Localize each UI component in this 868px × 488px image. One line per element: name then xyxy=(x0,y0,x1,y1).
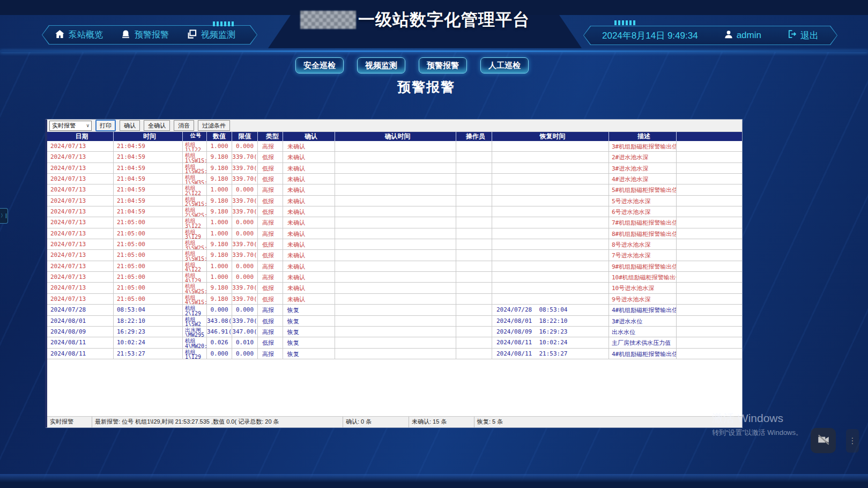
cell: 7号进水池水深 xyxy=(609,250,677,260)
cell xyxy=(492,141,609,151)
alarm-mode-select[interactable]: 实时报警 ∨ xyxy=(49,121,92,131)
screen-record-overlay-button[interactable] xyxy=(811,428,836,453)
mute-button[interactable]: 消音 xyxy=(174,120,194,131)
tab-manual-patrol[interactable]: 人工巡检 xyxy=(480,57,529,73)
table-row[interactable]: 2024/07/1321:04:59机组 1\SW2S:9.180339.70(… xyxy=(47,163,742,174)
cell xyxy=(335,337,456,347)
cell: 未确认 xyxy=(283,250,335,260)
table-row[interactable]: 2024/07/1321:05:00机组 4\I291.0000.000高报未确… xyxy=(47,272,742,283)
cell: 9号进水池水深 xyxy=(609,294,677,304)
cell xyxy=(335,217,456,227)
table-row[interactable]: 2024/07/1321:05:00机组 4\I221.0000.000高报未确… xyxy=(47,261,742,272)
cell xyxy=(492,184,609,195)
ack-all-button[interactable]: 全确认 xyxy=(144,120,170,131)
column-header: 描述 xyxy=(609,132,677,141)
status-bar: 实时报警 最新报警: 位号 机组1\I29,时间 21:53:27.535 ,数… xyxy=(47,416,742,427)
app-title: 一级站数字化管理平台 xyxy=(358,9,530,31)
cell: 高报 xyxy=(258,217,283,227)
cell: 高报 xyxy=(258,327,283,337)
cell xyxy=(492,228,609,239)
table-row[interactable]: 2024/07/1321:04:59机组 2\SW1S:9.180339.70(… xyxy=(47,196,742,206)
table-row[interactable]: 2024/08/0916:29:23出水闸 \MW295346.91(347.0… xyxy=(47,327,742,337)
cell xyxy=(456,141,492,151)
tab-video-monitor[interactable]: 视频监测 xyxy=(357,57,405,73)
logout-button[interactable]: 退出 xyxy=(788,29,819,42)
cell: 0.000 xyxy=(207,305,232,315)
cell xyxy=(335,228,456,239)
cell: 1.000 xyxy=(207,141,232,151)
cell: 主厂房技术供水压力值 xyxy=(609,337,677,347)
cell: 21:05:00 xyxy=(114,239,183,249)
cell xyxy=(492,206,609,217)
cell: 1.000 xyxy=(207,272,232,282)
cell: 10号进水池水深 xyxy=(609,283,677,293)
header-divider xyxy=(0,50,868,52)
cell: 机组 2\SW2S: xyxy=(183,206,207,217)
table-row[interactable]: 2024/07/1321:05:00机组 3\SW2S:9.180339.70(… xyxy=(47,239,742,250)
column-header: 确认时间 xyxy=(335,132,456,141)
table-row[interactable]: 2024/07/1321:05:00机组 3\I221.0000.000高报未确… xyxy=(47,217,742,228)
cell: 21:05:00 xyxy=(114,283,183,293)
cell: 未确认 xyxy=(283,261,335,271)
overlay-more-menu[interactable]: ⋮ xyxy=(846,429,859,453)
cell xyxy=(456,184,492,195)
user-menu[interactable]: admin xyxy=(724,30,761,41)
column-header: 操作员 xyxy=(456,132,492,141)
table-row[interactable]: 2024/07/1321:05:00机组 4\SW2S:9.180339.70(… xyxy=(47,283,742,293)
cell: 346.91( xyxy=(207,327,232,337)
cell: 恢复 xyxy=(283,349,335,359)
nav-item-video[interactable]: 视频监测 xyxy=(187,29,235,41)
tab-safety-patrol[interactable]: 安全巡检 xyxy=(295,57,344,73)
alarm-mode-value: 实时报警 xyxy=(52,122,76,130)
table-row[interactable]: 2024/07/1321:05:00机组 3\I291.0000.000高报未确… xyxy=(47,228,742,239)
table-row[interactable]: 2024/07/1321:04:59机组 1\SW3S:9.180339.70(… xyxy=(47,174,742,184)
cell: 低报 xyxy=(258,250,283,260)
cell: 08:53:04 xyxy=(114,305,183,315)
nav-item-pump-overview[interactable]: 泵站概览 xyxy=(55,29,103,41)
status-recovered-count: 恢复: 5 条 xyxy=(474,417,742,427)
table-row[interactable]: 2024/07/2808:53:04机组 2\I290.0000.000高报恢复… xyxy=(47,305,742,315)
table-row[interactable]: 2024/07/1321:05:00机组 4\SW1S:9.180339.70(… xyxy=(47,294,742,305)
table-row[interactable]: 2024/08/1110:02:24机组 4\MW20:0.0260.010低报… xyxy=(47,337,742,348)
cell: 0.000 xyxy=(232,217,258,227)
ack-button[interactable]: 确认 xyxy=(120,120,140,131)
table-row[interactable]: 2024/08/0118:22:10机组 1\SW2343.08(339.70(… xyxy=(47,316,742,327)
cell: 低报 xyxy=(258,152,283,162)
cell: 恢复 xyxy=(283,337,335,347)
cell: 2024/07/28 08:53:04 xyxy=(492,305,609,315)
table-row[interactable]: 2024/07/1321:04:59机组 1\I221.0000.000高报未确… xyxy=(47,141,742,152)
cell: 出水水位 xyxy=(609,327,677,337)
cell: 低报 xyxy=(258,206,283,217)
cell: 3#进水水位 xyxy=(609,316,677,326)
table-row[interactable]: 2024/08/1121:53:27机组 1\I290.0000.000高报恢复… xyxy=(47,349,742,359)
cell: 2024/07/13 xyxy=(47,184,114,195)
cell xyxy=(492,217,609,227)
nav-item-alarm[interactable]: 预警报警 xyxy=(121,29,169,41)
cell xyxy=(492,174,609,184)
cell: 10#机组励磁柜报警输出信号 xyxy=(609,272,677,282)
table-row[interactable]: 2024/07/1321:05:00机组 3\SW1S:9.180339.70(… xyxy=(47,250,742,261)
column-header: 限值 xyxy=(232,132,258,141)
print-button[interactable]: 打印 xyxy=(95,120,116,131)
cell xyxy=(456,196,492,206)
table-row[interactable]: 2024/07/1321:04:59机组 2\SW2S:9.180339.70(… xyxy=(47,206,742,217)
nav-label: 泵站概览 xyxy=(69,29,103,41)
cell xyxy=(335,272,456,282)
cell xyxy=(335,174,456,184)
datetime-label: 2024年8月14日 9:49:34 xyxy=(602,29,698,42)
cell: 未确认 xyxy=(283,196,335,206)
filter-button[interactable]: 过滤条件 xyxy=(198,120,230,131)
tab-alarm-warning[interactable]: 预警报警 xyxy=(419,57,467,73)
table-row[interactable]: 2024/07/1321:04:59机组 2\I221.0000.000高报未确… xyxy=(47,184,742,195)
cell xyxy=(456,294,492,304)
cell: 9.180 xyxy=(207,250,232,260)
side-panel-toggle[interactable]: 〉| xyxy=(0,208,8,224)
cell: 未确认 xyxy=(283,184,335,195)
table-row[interactable]: 2024/07/1321:04:59机组 1\SW1S:9.180339.70(… xyxy=(47,152,742,162)
cell: 21:04:59 xyxy=(114,163,183,173)
cell: 恢复 xyxy=(283,327,335,337)
cell: 未确认 xyxy=(283,283,335,293)
cell xyxy=(456,217,492,227)
cell: 339.70( xyxy=(232,316,258,326)
cell: 339.70( xyxy=(232,250,258,260)
